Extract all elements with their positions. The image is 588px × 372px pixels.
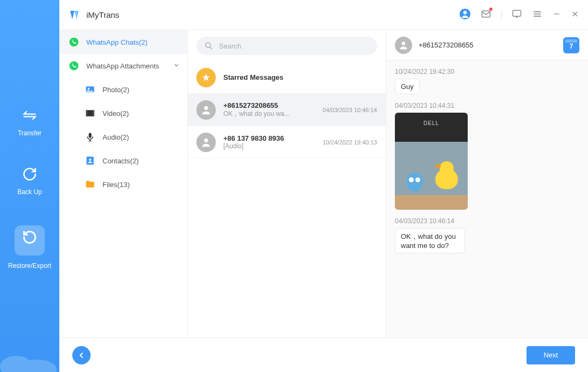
rail-item-restore[interactable]: Restore/Export [8,225,51,270]
svg-point-18 [93,115,94,115]
chat-row[interactable]: +86 137 9830 8936 [Audio] 10/24/2022 19:… [188,126,386,159]
message-timestamp: 10/24/2022 19:42:30 [395,68,579,75]
footer: Next [59,337,588,372]
svg-point-13 [86,111,87,112]
svg-point-9 [88,88,90,89]
rail-label: Back Up [17,188,42,196]
divider [501,10,502,20]
search-icon [204,41,214,51]
category-audio[interactable]: Audio(2) [84,125,187,149]
search-box[interactable] [196,37,377,55]
titlebar: iMyTrans [59,0,588,30]
svg-rect-5 [513,10,521,16]
svg-point-15 [86,115,87,115]
contacts-icon [84,155,96,167]
transfer-icon [22,108,37,123]
arrow-left-icon [77,350,86,360]
category-children: Photo(2) Video(2) Audio(2) [59,78,187,196]
app-logo-icon [68,9,81,22]
category-photo[interactable]: Photo(2) [84,78,187,101]
category-label: Contacts(2) [102,157,139,165]
conversation-header: +8615273208655 7 [386,30,588,60]
conversation-panel: +8615273208655 7 10/24/2022 19:42:30 Guy… [386,30,588,337]
chevron-down-icon [173,62,180,70]
message-timestamp: 04/03/2023 10:46:14 [395,217,579,225]
rail-item-backup[interactable]: Back Up [8,167,51,196]
category-label: Files(13) [102,181,130,189]
svg-point-22 [206,43,210,47]
back-button[interactable] [72,346,91,364]
whatsapp-icon [68,60,80,72]
titlebar-actions [459,8,579,22]
messages-body[interactable]: 10/24/2022 19:42:30 Guy 04/03/2023 10:44… [386,60,588,337]
svg-point-14 [86,113,87,113]
category-label: Audio(2) [102,133,129,141]
avatar [395,37,412,54]
chat-preview: [Audio] [223,142,315,150]
user-icon[interactable] [459,8,471,22]
search-input[interactable] [219,42,370,50]
avatar [196,100,216,120]
star-icon [196,68,216,87]
chat-name: +86 137 9830 8936 [223,134,315,142]
mail-icon[interactable] [481,9,491,22]
calendar-button[interactable]: 7 [563,37,579,53]
svg-rect-19 [89,133,92,138]
close-icon[interactable] [571,10,579,20]
content: WhatsApp Chats(2) WhatsApp Attachments P… [59,30,588,337]
rail-label: Transfer [18,129,42,137]
image-content [435,169,458,189]
message-bubble: Guy [395,79,420,94]
message-bubble: OK，what do you want me to do? [395,228,465,253]
svg-point-16 [93,111,94,112]
video-icon [84,107,96,119]
svg-point-25 [402,42,406,45]
minimize-icon[interactable] [552,10,561,20]
chat-row-starred[interactable]: Starred Messages [188,61,386,94]
svg-point-3 [463,11,467,14]
whatsapp-icon [68,36,80,48]
svg-point-21 [89,159,91,161]
chat-time: 10/24/2022 19:40:13 [323,139,377,146]
svg-point-17 [93,113,94,113]
next-button[interactable]: Next [527,346,575,364]
message-image[interactable] [395,113,468,210]
category-contacts[interactable]: Contacts(2) [84,149,187,173]
chat-row[interactable]: +8615273208655 OK，what do you wa... 04/0… [188,94,386,126]
restore-icon [22,230,37,245]
image-content [407,173,423,191]
category-label: Photo(2) [102,86,129,94]
categories-panel: WhatsApp Chats(2) WhatsApp Attachments P… [59,30,188,337]
category-whatsapp-attachments[interactable]: WhatsApp Attachments [59,54,187,78]
chat-time: 04/03/2023 10:46:14 [323,107,377,113]
chat-icon[interactable] [511,9,522,22]
photo-icon [84,84,96,95]
category-files[interactable]: Files(13) [84,173,187,196]
category-label: WhatsApp Attachments [86,62,159,70]
category-label: WhatsApp Chats(2) [86,38,147,46]
chat-name: +8615273208655 [223,101,315,109]
app-logo-group: iMyTrans [68,9,459,22]
contact-name: +8615273208655 [419,41,557,49]
menu-icon[interactable] [532,9,543,22]
rail-label: Restore/Export [8,262,51,270]
svg-point-24 [204,138,208,142]
category-whatsapp-chats[interactable]: WhatsApp Chats(2) [59,30,187,54]
chat-list-panel: Starred Messages +8615273208655 OK，what … [188,30,386,337]
chat-name: Starred Messages [223,73,377,81]
category-label: Video(2) [102,109,129,118]
rail-item-transfer[interactable]: Transfer [8,108,51,137]
category-video[interactable]: Video(2) [84,101,187,125]
calendar-day: 7 [570,43,573,50]
avatar [196,133,216,152]
chat-preview: OK，what do you wa... [223,109,315,119]
cloud-decoration [0,340,59,372]
app-title: iMyTrans [86,10,119,19]
main-area: iMyTrans [59,0,588,372]
refresh-icon [22,167,37,182]
microphone-icon [84,131,96,143]
folder-icon [84,178,96,190]
svg-point-23 [204,106,208,109]
message-timestamp: 04/03/2023 10:44:31 [395,102,579,109]
left-rail: Transfer Back Up Restore/Export [0,0,59,372]
